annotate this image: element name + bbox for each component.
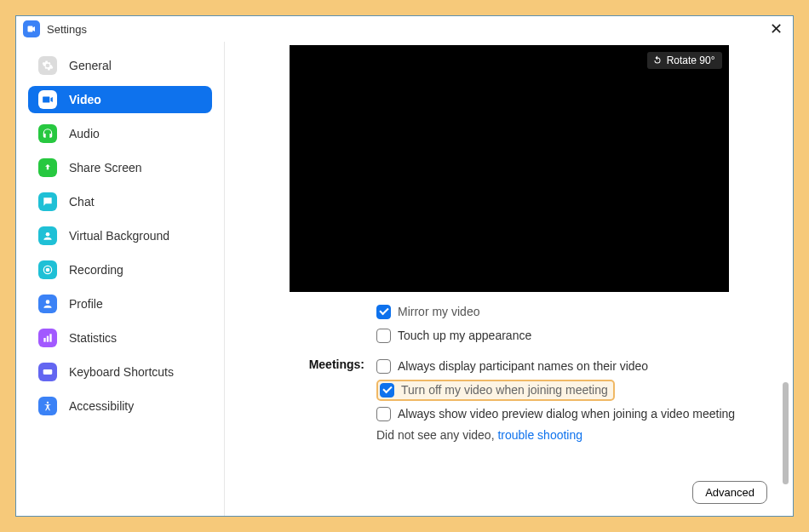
sidebar-item-label: Chat — [69, 195, 95, 209]
settings-window: Settings ✕ General Video Audio Share Scr… — [15, 15, 794, 517]
svg-rect-4 — [43, 338, 45, 342]
video-icon — [38, 90, 57, 109]
option-turn-off-video-on-join[interactable]: Turn off my video when joining meeting — [376, 379, 772, 401]
sidebar-item-general[interactable]: General — [28, 52, 212, 79]
section-spacer — [295, 300, 376, 303]
sidebar-item-chat[interactable]: Chat — [28, 188, 212, 215]
svg-point-2 — [46, 268, 49, 272]
checkbox-icon[interactable] — [376, 329, 391, 343]
chat-icon — [38, 192, 57, 211]
svg-rect-5 — [47, 336, 49, 342]
sidebar-item-label: Profile — [69, 297, 103, 311]
svg-point-0 — [46, 232, 50, 237]
user-bg-icon — [38, 226, 57, 245]
sidebar-item-label: Virtual Background — [69, 229, 169, 243]
sidebar-item-label: Statistics — [69, 331, 117, 345]
rotate-label: Rotate 90° — [667, 54, 715, 66]
video-preview: Rotate 90° — [290, 45, 729, 292]
troubleshoot-link[interactable]: trouble shooting — [497, 428, 582, 442]
advanced-button[interactable]: Advanced — [692, 481, 767, 504]
scrollbar-thumb[interactable] — [783, 382, 789, 484]
option-label: Always display participant names on thei… — [398, 359, 648, 373]
svg-rect-7 — [43, 369, 53, 375]
sidebar-item-label: Video — [69, 93, 101, 106]
sidebar-item-label: Share Screen — [69, 161, 142, 174]
sidebar-item-share-screen[interactable]: Share Screen — [28, 154, 212, 181]
sidebar-item-label: Keyboard Shortcuts — [69, 365, 174, 379]
bar-chart-icon — [38, 329, 57, 347]
highlight-box: Turn off my video when joining meeting — [376, 380, 615, 401]
meetings-section-label: Meetings: — [295, 355, 376, 371]
sidebar-item-statistics[interactable]: Statistics — [28, 324, 212, 352]
person-icon — [38, 295, 57, 313]
sidebar-item-virtual-background[interactable]: Virtual Background — [28, 222, 212, 249]
sidebar-item-label: General — [69, 59, 112, 72]
checkbox-icon[interactable] — [376, 407, 391, 421]
sidebar-item-label: Audio — [69, 127, 100, 140]
headphones-icon — [38, 124, 57, 143]
sidebar-item-audio[interactable]: Audio — [28, 120, 212, 147]
content-pane: Rotate 90° Mirror my video Touch up my a… — [225, 42, 793, 516]
close-button[interactable]: ✕ — [766, 21, 786, 37]
rotate-icon — [652, 55, 663, 66]
window-body: General Video Audio Share Screen Chat Vi… — [16, 42, 793, 516]
option-label: Turn off my video when joining meeting — [401, 383, 608, 397]
sidebar-item-keyboard-shortcuts[interactable]: Keyboard Shortcuts — [28, 358, 212, 386]
gear-icon — [38, 56, 57, 75]
window-title: Settings — [47, 23, 87, 36]
record-icon — [38, 260, 57, 279]
option-mirror-my-video[interactable]: Mirror my video — [376, 300, 772, 323]
sidebar-item-recording[interactable]: Recording — [28, 256, 212, 283]
option-label: Touch up my appearance — [398, 329, 531, 342]
sidebar-item-accessibility[interactable]: Accessibility — [28, 392, 212, 420]
option-label: Always show video preview dialog when jo… — [398, 407, 735, 420]
option-show-preview-dialog[interactable]: Always show video preview dialog when jo… — [376, 403, 772, 425]
accessibility-icon — [38, 397, 57, 415]
troubleshoot-hint: Did not see any video, trouble shooting — [376, 428, 772, 442]
svg-point-8 — [47, 402, 49, 403]
sidebar-item-label: Accessibility — [69, 399, 134, 413]
sidebar: General Video Audio Share Screen Chat Vi… — [16, 42, 225, 516]
option-touch-up-appearance[interactable]: Touch up my appearance — [376, 324, 772, 346]
hint-text: Did not see any video, — [376, 428, 497, 442]
option-display-participant-names[interactable]: Always display participant names on thei… — [376, 355, 772, 377]
sidebar-item-profile[interactable]: Profile — [28, 290, 212, 317]
share-screen-icon — [38, 158, 57, 177]
scrollbar[interactable] — [781, 42, 789, 516]
svg-rect-6 — [49, 334, 51, 341]
svg-point-3 — [46, 300, 50, 304]
checkbox-icon[interactable] — [376, 359, 391, 374]
zoom-app-icon — [23, 20, 40, 37]
keyboard-icon — [38, 363, 57, 381]
sidebar-item-label: Recording — [69, 263, 123, 277]
sidebar-item-video[interactable]: Video — [28, 86, 212, 113]
rotate-90-button[interactable]: Rotate 90° — [647, 52, 722, 69]
option-label: Mirror my video — [398, 305, 479, 318]
video-options: Mirror my video Touch up my appearance M… — [245, 300, 772, 442]
checkbox-checked-icon[interactable] — [380, 383, 394, 398]
titlebar: Settings ✕ — [16, 16, 793, 42]
checkbox-checked-icon[interactable] — [376, 305, 391, 319]
